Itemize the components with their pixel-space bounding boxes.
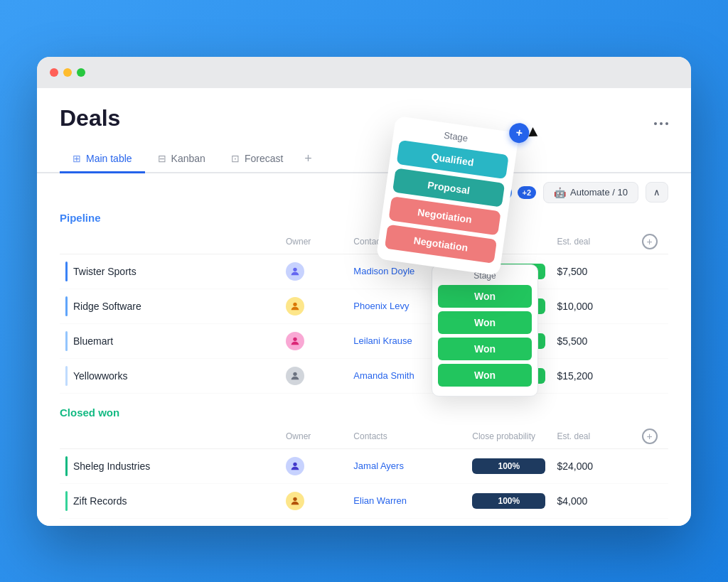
dot-yellow[interactable] [63,68,72,77]
deal-name-twister: Twister Sports [73,266,136,277]
stage-dropdown-card: + ▲ Stage Qualified Proposal Negotiation… [376,115,520,275]
automate-btn[interactable]: 🤖 Automate / 10 [543,182,638,203]
est-deal-2: $5,500 [551,323,636,358]
owner-cw-1 [286,492,304,510]
svg-point-5 [293,497,296,500]
tab-forecast[interactable]: ⊡ Forecast [218,146,296,173]
cursor-arrow: ▲ [525,122,542,141]
est-deal-0: $7,500 [551,254,636,289]
svg-point-4 [293,462,296,465]
table-area: Pipeline Owner Contacts Stage Est. deal … [37,212,691,526]
pipeline-section-header: Pipeline [60,212,668,224]
table-row: Twister Sports Madison Doyle Won [60,254,668,289]
svg-point-1 [293,302,296,306]
won-badge-4[interactable]: Won [438,364,532,387]
col-cw-est: Est. deal [551,424,636,449]
tabs-bar: ⊞ Main table ⊟ Kanban ⊡ Forecast + [37,146,691,173]
deal-zift: Zift Records [73,495,127,507]
cw-est-1: $4,000 [551,483,636,518]
deal-name-yellowworks: Yellowworks [73,370,128,382]
dot-green[interactable] [77,68,85,77]
est-deal-3: $15,200 [551,358,636,393]
owner-avatar-1 [286,297,304,316]
won-badge-1[interactable]: Won [438,285,532,308]
col-est-deal-pipeline: Est. deal [551,230,636,254]
dot-red[interactable] [50,68,58,77]
tab-kanban[interactable]: ⊟ Kanban [145,146,218,173]
deal-sheleg: Sheleg Industries [73,460,150,472]
collapse-btn[interactable]: ∧ [646,182,668,203]
avatar-count-badge: +2 [518,186,537,199]
table-row: Ridge Software Phoenix Levy Won [60,289,668,323]
owner-avatar-0 [286,262,304,281]
prob-badge-0: 100% [472,458,545,474]
browser-bar [37,57,691,88]
col-name [60,230,280,254]
owner-cw-0 [286,457,304,475]
won-stage-card: Stage Won Won Won Won [432,264,538,397]
add-col-btn-pipeline[interactable]: + [642,234,658,249]
app-content: Deals ⊞ Main table ⊟ Kanban ⊡ Forecast [37,88,691,526]
svg-point-2 [293,337,296,340]
add-tab-btn[interactable]: + [296,146,321,172]
svg-point-0 [293,267,296,271]
browser-window: Deals ⊞ Main table ⊟ Kanban ⊡ Forecast [37,57,691,526]
table-row: Yellowworks Amanda Smith Won [60,358,668,393]
svg-point-3 [293,372,296,375]
contact-jamal-ayers[interactable]: Jamal Ayers [353,460,461,471]
kanban-icon: ⊟ [158,153,166,164]
deal-name-ridge: Ridge Software [73,301,141,312]
prob-badge-1: 100% [472,493,545,509]
table-row: Sheleg Industries Jamal Ayers 10 [60,448,668,483]
browser-dots [50,68,85,77]
main-table-icon: ⊞ [73,153,81,164]
col-cw-name [60,424,280,449]
more-options-btn[interactable] [654,122,668,125]
col-cw-add[interactable]: + [636,424,668,449]
tab-main-table[interactable]: ⊞ Main table [60,146,145,173]
contact-elian-warren[interactable]: Elian Warren [353,495,461,506]
col-cw-prob: Close probability [466,424,551,449]
forecast-icon: ⊡ [231,153,240,164]
owner-avatar-2 [286,332,304,350]
deal-name-bluemart: Bluemart [73,335,113,347]
toolbar: 🛡 +2 🤖 Automate / 10 ∧ [37,173,691,212]
table-row: Waissman Gallery Sam Spillberg 1 [60,518,668,526]
cw-est-0: $24,000 [551,448,636,483]
collapse-icon: ∧ [653,187,660,198]
owner-avatar-3 [286,367,304,385]
col-add-pipeline[interactable]: + [636,230,668,254]
table-row: Bluemart Leilani Krause Won [60,323,668,358]
col-owner-pipeline: Owner [280,230,348,254]
pipeline-table: Owner Contacts Stage Est. deal + [60,230,668,394]
table-row: Zift Records Elian Warren 100% [60,483,668,518]
won-badge-2[interactable]: Won [438,311,532,334]
app-header: Deals ⊞ Main table ⊟ Kanban ⊡ Forecast [37,88,691,173]
col-cw-owner: Owner [280,424,348,449]
est-deal-1: $10,000 [551,289,636,323]
add-col-btn-cw[interactable]: + [642,429,658,444]
page-title: Deals [60,105,120,131]
col-cw-contacts: Contacts [348,424,466,449]
cw-est-2: $18,100 [551,518,636,526]
automate-icon: 🤖 [554,187,566,198]
closed-won-table: Owner Contacts Close probability Est. de… [60,424,668,526]
closed-won-section-header: Closed won [60,406,668,419]
won-badge-3[interactable]: Won [438,338,532,360]
